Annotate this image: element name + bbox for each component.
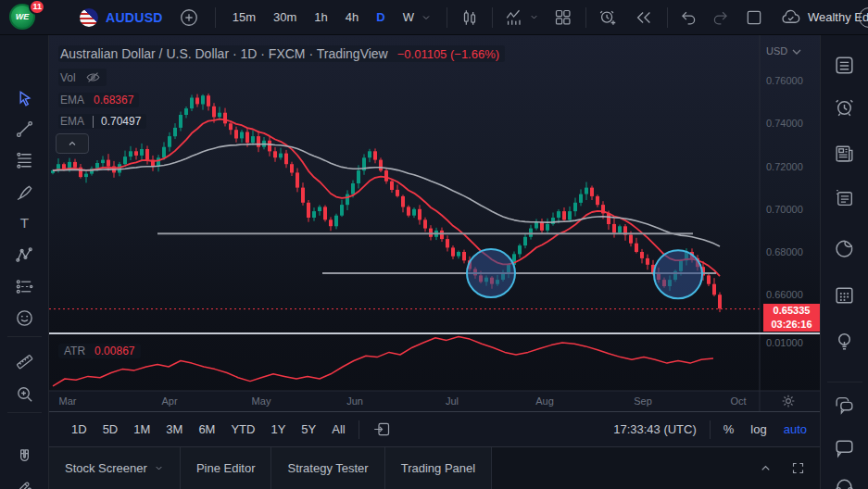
calendar-button[interactable] <box>831 282 859 307</box>
ema-fast-legend-row[interactable]: EMA 0.68367 <box>58 93 139 107</box>
timeframe-D[interactable]: D <box>376 10 384 24</box>
currency-chevron-icon[interactable] <box>793 50 800 54</box>
tab-strategy-tester[interactable]: Strategy Tester <box>271 447 384 489</box>
range-1m[interactable]: 1M <box>133 422 150 436</box>
public-chat-button[interactable] <box>831 392 859 418</box>
date-range-list: 1D5D1M3M6MYTD1Y5YAll <box>71 422 346 436</box>
timeframe-menu-chevron-icon[interactable] <box>421 12 432 23</box>
timeframe-4h[interactable]: 4h <box>346 10 359 24</box>
data-window-button[interactable] <box>831 184 859 210</box>
month-label[interactable]: Sep <box>634 395 652 407</box>
emoji-tool[interactable] <box>10 305 38 331</box>
time-axis-settings[interactable] <box>780 393 797 409</box>
widget-sidebar <box>820 35 868 489</box>
timeframe-30m[interactable]: 30m <box>273 10 296 24</box>
candle-body <box>357 170 360 183</box>
candle-body <box>279 154 283 158</box>
fib-retracement-tool[interactable] <box>10 147 38 173</box>
month-label[interactable]: Jul <box>446 395 459 407</box>
legend-cursor-bar <box>93 116 94 128</box>
news-button[interactable] <box>831 140 859 166</box>
auto-scale-button[interactable]: auto <box>784 422 807 436</box>
log-scale-button[interactable]: log <box>750 422 766 436</box>
timeframe-15m[interactable]: 15m <box>233 10 256 24</box>
cloud-saved-icon[interactable] <box>780 6 801 28</box>
comments-button[interactable] <box>831 434 859 460</box>
trend-line-tool[interactable] <box>10 116 38 142</box>
price-tick-label: 0.66000 <box>766 289 803 300</box>
volume-legend-row[interactable]: Vol <box>58 69 107 86</box>
forecast-tool[interactable] <box>10 273 38 299</box>
month-label[interactable]: Oct <box>730 395 746 407</box>
text-tool[interactable]: T <box>10 210 38 236</box>
redo-button[interactable] <box>711 7 730 27</box>
range-5y[interactable]: 5Y <box>301 422 316 436</box>
month-label[interactable]: Jun <box>346 395 363 407</box>
ideas-button[interactable] <box>831 328 859 354</box>
circle-drawing[interactable] <box>654 250 702 298</box>
percent-scale-button[interactable]: % <box>723 422 735 436</box>
ema-fast-value: 0.68367 <box>94 94 133 107</box>
month-label[interactable]: May <box>252 395 271 407</box>
clock-utc[interactable]: 17:33:43 (UTC) <box>613 422 697 436</box>
eye-off-icon[interactable] <box>85 69 101 85</box>
support-button[interactable] <box>831 471 859 489</box>
candle-body <box>451 247 455 256</box>
legend-collapse-button[interactable] <box>56 133 89 154</box>
last-price-value: 0.65335 <box>763 304 820 318</box>
tab-stock-screener[interactable]: Stock Screener <box>49 447 181 489</box>
alerts-button[interactable] <box>831 94 859 119</box>
watchlist-button[interactable] <box>831 52 859 78</box>
range-1y[interactable]: 1Y <box>270 422 285 436</box>
hotlists-button[interactable] <box>831 235 859 261</box>
range-3m[interactable]: 3M <box>166 422 182 436</box>
panel-expand-chevron-icon[interactable] <box>759 461 773 475</box>
last-price-badge: 0.65335 03:26:16 <box>763 304 820 332</box>
account-circle-icon[interactable] <box>859 7 868 28</box>
circle-drawing[interactable] <box>467 249 515 297</box>
panel-fullscreen-icon[interactable] <box>791 461 805 475</box>
indicators-menu-chevron-icon[interactable] <box>529 12 539 22</box>
cursor-tool[interactable] <box>10 85 38 111</box>
tab-trading-panel[interactable]: Trading Panel <box>385 447 492 489</box>
tab-pine-editor[interactable]: Pine Editor <box>181 447 272 489</box>
candle-body <box>101 160 105 164</box>
brush-tool[interactable] <box>10 180 38 206</box>
candle-body <box>251 136 255 143</box>
timeframe-1h[interactable]: 1h <box>314 10 327 24</box>
month-label[interactable]: Aug <box>535 395 554 407</box>
layout-grid-button[interactable] <box>553 7 572 27</box>
range-5d[interactable]: 5D <box>103 422 119 436</box>
bar-replay-button[interactable] <box>634 7 654 28</box>
ruler-tool[interactable] <box>10 348 38 374</box>
month-label[interactable]: Apr <box>161 395 177 407</box>
zoom-in-tool[interactable] <box>10 381 38 407</box>
range-all[interactable]: All <box>332 422 345 436</box>
ema-slow-value: 0.70497 <box>101 115 141 128</box>
symbol-button[interactable]: AUDUSD <box>106 10 163 25</box>
magnet-tool[interactable] <box>10 444 38 470</box>
ema-slow-legend-row[interactable]: EMA 0.70497 <box>58 114 146 129</box>
candle-body <box>412 209 416 216</box>
chart-style-candles-button[interactable] <box>459 7 480 28</box>
compare-add-symbol-button[interactable] <box>179 7 199 28</box>
month-label[interactable]: Mar <box>59 395 77 407</box>
range-1d[interactable]: 1D <box>71 422 87 436</box>
legend-title-row[interactable]: Australian Dollar / U.S. Dollar · 1D · F… <box>58 45 505 62</box>
drawing-lock-tool[interactable] <box>10 474 38 489</box>
snapshot-layout-button[interactable] <box>745 8 763 27</box>
price-axis-currency[interactable]: USD <box>766 45 787 56</box>
undo-button[interactable] <box>679 7 698 27</box>
broker-logo[interactable]: WE 11 <box>9 4 37 31</box>
toolbar-divider <box>667 7 668 28</box>
price-chart[interactable]: USD 0.01000 0.760000.740000.720000.70000… <box>49 35 820 411</box>
range-6m[interactable]: 6M <box>198 422 215 436</box>
xabcd-pattern-tool[interactable] <box>10 242 38 268</box>
atr-legend-row[interactable]: ATR 0.00867 <box>58 344 141 358</box>
alert-button[interactable] <box>598 7 618 28</box>
tab-label: Strategy Tester <box>287 461 368 475</box>
range-ytd[interactable]: YTD <box>231 422 255 436</box>
go-to-date-button[interactable] <box>372 420 392 439</box>
indicators-button[interactable] <box>504 7 524 28</box>
timeframe-W[interactable]: W <box>403 10 414 24</box>
